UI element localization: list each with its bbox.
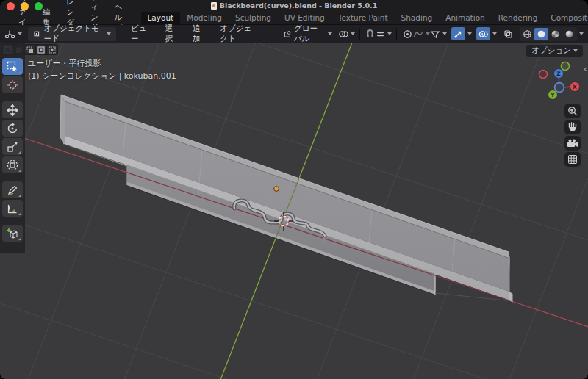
orientation-label: グローバル [294,24,326,44]
menu-add[interactable]: 追加 [185,24,212,44]
tab-layout[interactable]: Layout [141,12,181,24]
gizmo-axis-x[interactable]: X [570,82,579,91]
viewport-header: オブジェクトモード ビュー 選択 追加 オブジェクト グローバル [0,25,588,43]
snap-toggle-button[interactable] [365,27,376,40]
select-invert-icon [37,46,45,54]
tab-texture-paint[interactable]: Texture Paint [331,12,395,24]
tab-animation[interactable]: Animation [439,12,492,24]
view-name-label: ユーザー・平行投影 [28,57,176,70]
navigation-gizmo[interactable]: Z X Y [539,62,580,100]
gizmo-axis-neg-y[interactable] [562,62,570,71]
add-cube-tool[interactable] [2,225,23,242]
x-axis-line [509,300,588,327]
shading-wireframe-icon [523,29,532,39]
cursor-tool-icon [7,79,18,91]
ortho-toggle-button[interactable] [564,152,581,167]
tab-rendering[interactable]: Rendering [492,12,545,24]
transform-tool-icon [7,159,18,171]
tool-buttons [2,58,23,242]
scale-tool[interactable] [2,138,23,155]
pivot-point-selector[interactable] [338,29,355,39]
falloff-curve-icon [413,29,423,38]
tab-shading[interactable]: Shading [395,12,440,24]
zoom-button[interactable] [564,104,581,118]
annotate-tool[interactable] [2,181,23,198]
shading-material-icon [551,29,560,39]
tab-uv-editing[interactable]: UV Editing [278,12,331,24]
falloff-selector[interactable] [413,29,430,38]
chevron-down-icon [387,32,392,35]
options-dropdown[interactable]: オプション [526,45,583,57]
shading-solid-icon [537,29,546,39]
editor-type-icon [4,29,15,39]
annotate-icon [7,184,18,196]
svg-text:X: X [573,84,577,90]
3d-viewport[interactable]: Z X Y [0,43,588,379]
cursor-tool[interactable] [2,76,23,93]
blackboard-mesh[interactable] [60,95,513,303]
viewport-overlay-labels: ユーザー・平行投影 (1) シーンコレクション | kokuban.001 [28,57,176,82]
origin-point[interactable] [274,187,279,192]
show-overlays-toggle[interactable] [476,27,490,40]
menu-select[interactable]: 選択 [157,24,184,44]
snap-magnet-icon [365,29,375,39]
camera-view-button[interactable] [564,136,581,151]
chevron-down-icon [467,32,472,35]
shading-solid-button[interactable] [534,28,548,40]
pan-button[interactable] [564,120,581,134]
pivot-point-icon [338,29,348,39]
gizmos-toggle-icon [453,29,463,39]
select-mode-invert[interactable] [36,45,46,54]
show-gizmo-toggle[interactable] [451,27,465,40]
options-label: オプション [531,46,571,56]
measure-icon [7,203,18,214]
active-collection-label: (1) シーンコレクション | kokuban.001 [28,70,176,82]
gizmo-axis-neg-z[interactable] [555,83,564,93]
gizmo-axis-z[interactable]: Z [554,69,563,78]
chevron-down-icon [328,32,332,35]
tab-sculpting[interactable]: Sculpting [229,12,278,24]
mode-selector[interactable]: オブジェクトモード [28,27,116,41]
chevron-down-icon [573,49,578,52]
gizmo-axis-neg-x[interactable] [539,71,548,79]
menu-object[interactable]: オブジェクト [212,24,267,44]
move-tool[interactable] [2,101,23,118]
box-select-tool[interactable] [2,58,23,75]
transform-orientation-icon [283,29,291,39]
tab-compositing[interactable]: Compositing [544,12,588,24]
snap-target-selector[interactable] [376,29,392,38]
shading-material-button[interactable] [548,28,562,40]
menu-view[interactable]: ビュー [123,24,158,44]
tab-modeling[interactable]: Modeling [180,12,229,24]
chevron-down-icon [351,32,355,35]
select-subtract-icon [26,46,34,54]
shading-rendered-button[interactable] [562,28,576,40]
mode-label: オブジェクトモード [44,24,101,44]
xray-toggle[interactable] [501,27,515,40]
object-types-visibility-icon [430,29,440,39]
shading-rendered-icon [564,29,574,39]
viewport-nav-buttons [564,104,581,167]
shading-wireframe-button[interactable] [520,28,534,40]
snap-target-icon [376,29,385,38]
sidebar-toggle-icon[interactable]: ‹ [584,65,587,73]
object-types-visibility[interactable] [430,29,447,39]
select-mode-intersect[interactable] [47,45,57,54]
editor-type-button[interactable] [4,29,22,39]
y-axis-line [220,238,276,379]
transform-tool[interactable] [2,156,23,173]
proportional-editing-icon [403,29,412,39]
select-mode-subtract[interactable] [25,45,35,54]
scale-tool-icon [7,141,18,153]
rotate-tool[interactable] [2,120,23,137]
blender-window: Blackboard(curve).blend - Blender 5.0.1 … [0,0,588,379]
window-title: Blackboard(curve).blend - Blender 5.0.1 [220,1,378,10]
measure-tool[interactable] [2,200,23,217]
proportional-editing-toggle[interactable] [401,27,413,40]
transform-orientation-selector[interactable]: グローバル [283,24,332,44]
gizmo-axis-y[interactable]: Y [548,90,557,99]
workspace-tabs: Layout Modeling Sculpting UV Editing Tex… [141,11,588,24]
y-axis-line [299,43,352,178]
file-document-icon [211,2,217,10]
move-tool-icon [7,104,18,116]
